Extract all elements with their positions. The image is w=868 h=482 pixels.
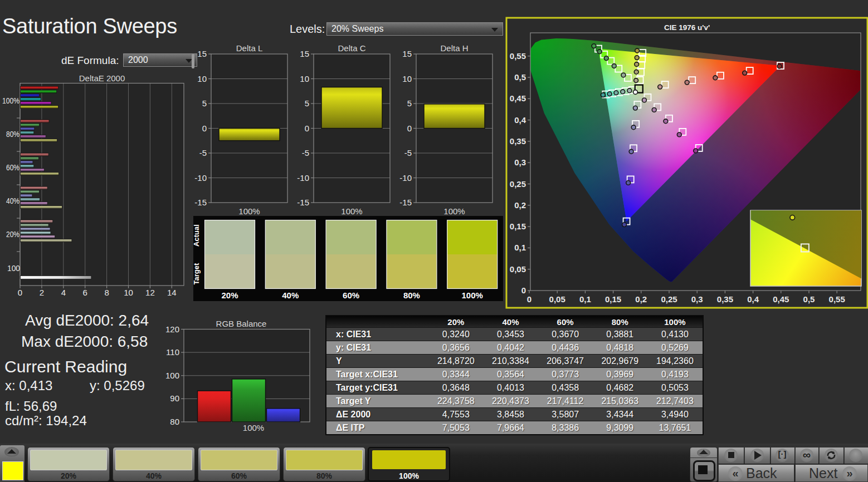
svg-text:0,4: 0,4	[514, 115, 526, 125]
svg-text:0,35: 0,35	[717, 294, 733, 304]
svg-text:0,45: 0,45	[510, 94, 526, 103]
svg-text:0,3: 0,3	[691, 294, 703, 304]
svg-text:0,4: 0,4	[747, 294, 759, 304]
svg-text:0,1: 0,1	[514, 243, 526, 252]
svg-text:0: 0	[527, 294, 531, 304]
svg-text:0,55: 0,55	[510, 51, 526, 61]
svg-text:0,15: 0,15	[510, 222, 526, 231]
svg-text:0,3: 0,3	[514, 158, 526, 167]
svg-text:0,5: 0,5	[514, 72, 526, 82]
svg-text:CIE 1976 u'v': CIE 1976 u'v'	[664, 23, 710, 32]
svg-text:0,25: 0,25	[661, 294, 677, 304]
svg-text:0,2: 0,2	[514, 200, 526, 210]
svg-text:0,05: 0,05	[510, 264, 526, 274]
svg-text:0,05: 0,05	[549, 294, 565, 304]
svg-text:0,1: 0,1	[579, 294, 591, 304]
svg-text:0: 0	[521, 286, 526, 295]
svg-text:0,45: 0,45	[773, 294, 789, 304]
svg-text:0,2: 0,2	[635, 294, 647, 304]
svg-text:0,5: 0,5	[803, 294, 815, 304]
svg-text:0,15: 0,15	[605, 294, 621, 304]
svg-text:0,55: 0,55	[829, 294, 845, 304]
svg-text:0,35: 0,35	[510, 136, 526, 146]
svg-text:0,25: 0,25	[510, 179, 526, 189]
